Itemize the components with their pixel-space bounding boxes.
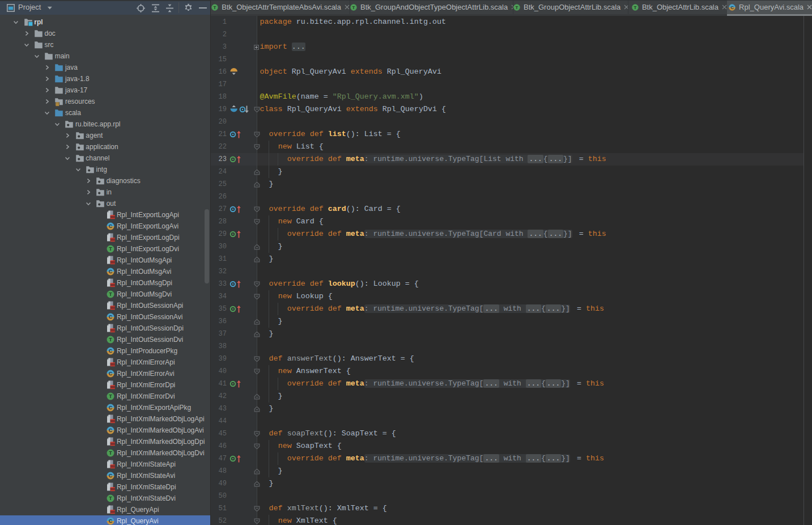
svg-text:C: C bbox=[109, 348, 113, 354]
svg-text:T: T bbox=[109, 337, 112, 342]
svg-text:T: T bbox=[634, 5, 636, 10]
svg-text:T: T bbox=[109, 246, 112, 252]
svg-text:C: C bbox=[109, 223, 113, 229]
svg-text:C: C bbox=[109, 473, 113, 479]
svg-text:C: C bbox=[109, 371, 113, 376]
svg-text:T: T bbox=[352, 5, 355, 10]
svg-text:T: T bbox=[516, 5, 518, 10]
svg-text:T: T bbox=[214, 5, 216, 10]
svg-text:T: T bbox=[109, 450, 112, 456]
svg-text:C: C bbox=[730, 5, 734, 10]
svg-text:C: C bbox=[109, 314, 113, 320]
svg-text:C: C bbox=[109, 405, 113, 410]
svg-text:C: C bbox=[109, 518, 113, 524]
svg-text:C: C bbox=[109, 427, 113, 433]
svg-text:T: T bbox=[109, 496, 112, 501]
svg-text:T: T bbox=[109, 393, 112, 399]
svg-text:T: T bbox=[109, 291, 112, 297]
svg-text:C: C bbox=[109, 269, 113, 274]
